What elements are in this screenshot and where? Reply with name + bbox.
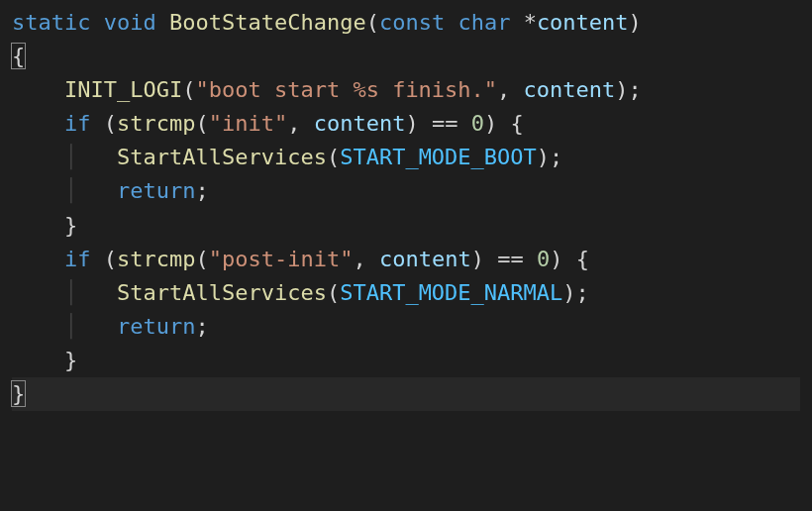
keyword-if: if xyxy=(64,247,91,271)
paren-close: ) xyxy=(629,10,642,35)
operator-eqeq: == xyxy=(432,111,458,136)
function-call: strcmp xyxy=(117,247,195,271)
enum-constant: START_MODE_NARMAL xyxy=(340,280,562,305)
function-name: BootStateChange xyxy=(169,10,366,35)
keyword-void: void xyxy=(104,10,156,35)
brace-close: } xyxy=(64,348,77,372)
indent-guide: │ xyxy=(64,280,77,305)
code-line: } xyxy=(12,348,77,372)
code-line: } xyxy=(12,213,77,238)
code-line: │ return; xyxy=(12,314,209,339)
code-line: { xyxy=(12,44,25,68)
code-line: INIT_LOGI("boot start %s finish.", conte… xyxy=(12,77,642,102)
operator-eqeq: == xyxy=(497,247,524,271)
indent-guide: │ xyxy=(64,314,77,339)
code-line: │ StartAllServices(START_MODE_NARMAL); xyxy=(12,280,589,305)
indent-guide: │ xyxy=(64,178,77,203)
function-call: INIT_LOGI xyxy=(64,77,182,102)
function-call: StartAllServices xyxy=(117,280,327,305)
code-line: │ return; xyxy=(12,178,209,203)
string-literal: "boot start %s finish." xyxy=(195,77,497,102)
keyword-char: char xyxy=(457,10,510,35)
keyword-static: static xyxy=(12,10,90,35)
brace-open-highlight: { xyxy=(11,43,26,69)
brace-close: } xyxy=(64,213,77,238)
code-line: if (strcmp("init", content) == 0) { xyxy=(12,111,524,136)
code-line: static void BootStateChange(const char *… xyxy=(12,10,642,35)
code-line: │ StartAllServices(START_MODE_BOOT); xyxy=(12,145,562,169)
identifier: content xyxy=(524,77,616,102)
keyword-return: return xyxy=(117,178,195,203)
enum-constant: START_MODE_BOOT xyxy=(340,145,537,169)
param-content: content xyxy=(537,10,629,35)
code-line: } xyxy=(12,377,800,411)
string-literal: "post-init" xyxy=(209,247,354,271)
code-line: if (strcmp("post-init", content) == 0) { xyxy=(12,247,589,271)
indent-guide: │ xyxy=(64,145,77,169)
number-literal: 0 xyxy=(471,111,484,136)
number-literal: 0 xyxy=(537,247,550,271)
keyword-if: if xyxy=(64,111,91,136)
string-literal: "init" xyxy=(209,111,287,136)
keyword-return: return xyxy=(117,314,195,339)
identifier: content xyxy=(379,247,471,271)
keyword-const: const xyxy=(379,10,445,35)
paren-open: ( xyxy=(366,10,379,35)
star-op: * xyxy=(524,10,537,35)
identifier: content xyxy=(314,111,406,136)
code-editor[interactable]: static void BootStateChange(const char *… xyxy=(0,0,812,417)
function-call: StartAllServices xyxy=(117,145,327,169)
function-call: strcmp xyxy=(117,111,195,136)
brace-close-highlight: } xyxy=(11,380,26,407)
